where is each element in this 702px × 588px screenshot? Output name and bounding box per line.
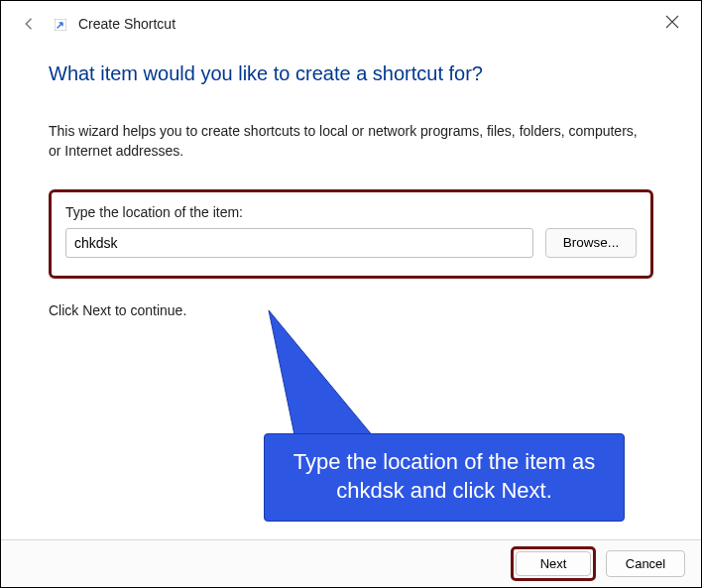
next-button[interactable]: Next <box>516 551 591 576</box>
location-label: Type the location of the item: <box>65 204 637 220</box>
back-arrow-icon[interactable] <box>21 15 39 33</box>
titlebar: Create Shortcut <box>1 1 701 43</box>
wizard-description: This wizard helps you to create shortcut… <box>49 121 653 162</box>
page-heading: What item would you like to create a sho… <box>49 62 653 85</box>
cancel-button[interactable]: Cancel <box>606 550 685 577</box>
shortcut-icon <box>55 17 68 31</box>
close-icon[interactable] <box>665 15 679 29</box>
wizard-content: What item would you like to create a sho… <box>1 43 701 318</box>
continue-hint: Click Next to continue. <box>49 302 653 318</box>
annotation-callout: Type the location of the item as chkdsk … <box>264 433 625 522</box>
window-title: Create Shortcut <box>78 16 176 32</box>
wizard-footer: Next Cancel <box>1 539 701 587</box>
location-input[interactable] <box>65 228 533 258</box>
location-highlight: Type the location of the item: Browse... <box>49 189 653 279</box>
browse-button[interactable]: Browse... <box>545 228 637 258</box>
next-button-highlight: Next <box>511 546 596 581</box>
